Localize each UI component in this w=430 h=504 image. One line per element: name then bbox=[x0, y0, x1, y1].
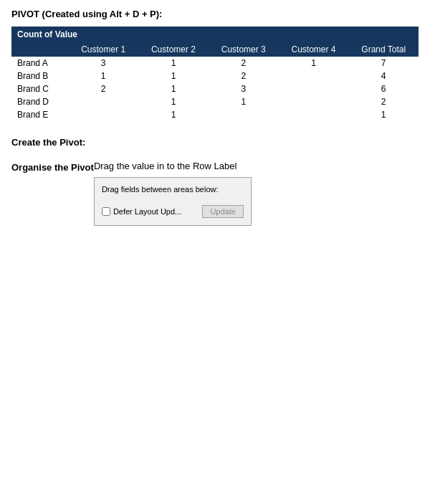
organise-pivot-content: Drag the value in to the Row Label Drag … bbox=[94, 161, 419, 226]
instructions-section: Create the Pivot: bbox=[11, 137, 419, 148]
create-pivot-label: Create the Pivot: bbox=[11, 137, 90, 148]
defer-checkbox-input[interactable] bbox=[102, 207, 110, 216]
table-row: Brand B1124 bbox=[11, 70, 419, 82]
table-row: Brand A31217 bbox=[11, 57, 419, 70]
pivot-panel-title: Drag fields between areas below: bbox=[102, 185, 244, 194]
col-header-grand-total: Grand Total bbox=[348, 42, 419, 57]
page-title: PIVOT (Created using Alt + D + P): bbox=[11, 9, 419, 19]
organise-instruction: Drag the value in to the Row Label bbox=[94, 161, 419, 171]
col-header-c1: Customer 1 bbox=[68, 42, 138, 57]
col-header-c3: Customer 3 bbox=[209, 42, 279, 57]
defer-label: Defer Layout Upd... bbox=[113, 207, 181, 216]
count-of-value-header: Count of Value bbox=[11, 27, 419, 42]
organise-section: Organise the Pivot Drag the value in to … bbox=[11, 161, 419, 226]
col-header-brand bbox=[11, 42, 68, 57]
col-header-c2: Customer 2 bbox=[138, 42, 209, 57]
pivot-footer: Defer Layout Upd... Update bbox=[102, 205, 244, 218]
col-header-c4: Customer 4 bbox=[279, 42, 349, 57]
table-row: Brand C2136 bbox=[11, 82, 419, 95]
create-pivot-steps bbox=[90, 137, 419, 148]
defer-checkbox-label[interactable]: Defer Layout Upd... bbox=[102, 207, 181, 216]
table-row: Brand D112 bbox=[11, 95, 419, 108]
table-row: Brand E11 bbox=[11, 108, 419, 121]
pivot-table: Count of Value Customer 1 Customer 2 Cus… bbox=[11, 27, 419, 121]
update-button[interactable]: Update bbox=[202, 205, 243, 218]
pivot-panel: Drag fields between areas below: Defer L… bbox=[94, 177, 252, 226]
organise-pivot-label: Organise the Pivot bbox=[11, 161, 94, 173]
